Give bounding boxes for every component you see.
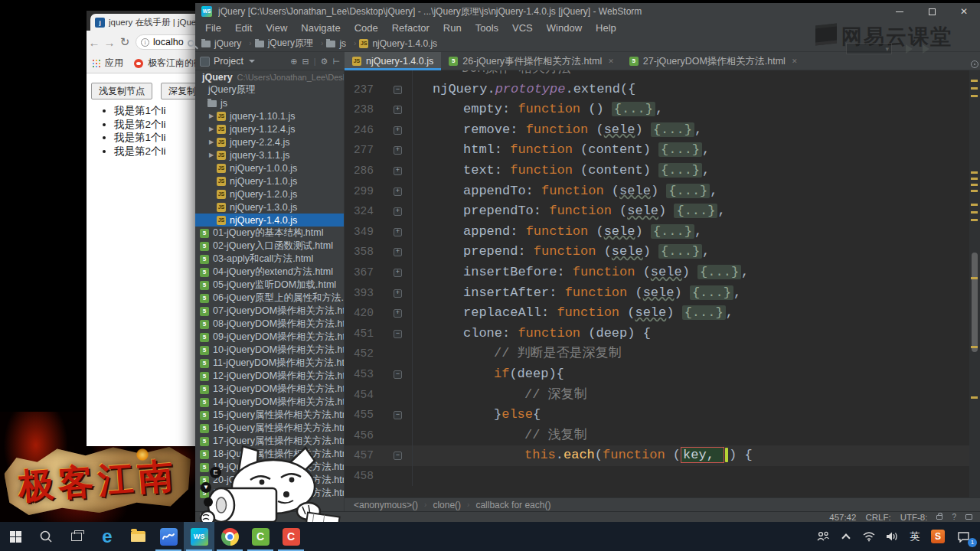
editor-tab[interactable]: 527-jQueryDOM操作相关方法.html✕ <box>622 52 805 70</box>
search-everywhere-icon[interactable] <box>188 40 194 47</box>
tree-item[interactable]: 514-jQueryDOM操作相关方法.html <box>195 396 344 409</box>
warning-stripe-mark[interactable] <box>971 171 978 174</box>
menu-file[interactable]: File <box>198 22 228 34</box>
code-line[interactable]: 452// 判断是否是深复制 <box>345 344 969 364</box>
warning-stripe-mark[interactable] <box>971 184 978 186</box>
code-line[interactable]: 456// 浅复制 <box>345 425 969 446</box>
warning-stripe-mark[interactable] <box>971 396 978 399</box>
warning-stripe-mark[interactable] <box>971 80 978 82</box>
menu-edit[interactable]: Edit <box>228 22 259 34</box>
wifi-icon[interactable] <box>858 522 880 551</box>
context-breadcrumb[interactable]: clone() <box>433 500 461 510</box>
tray-chevron-icon[interactable] <box>835 522 858 551</box>
warning-stripe-mark[interactable] <box>971 95 978 97</box>
code-line[interactable]: 420+replaceAll: function (sele) {...}, <box>345 303 969 324</box>
action-center-icon[interactable]: 1 <box>949 522 977 551</box>
code-line[interactable]: 299+appendTo: function (sele) {...}, <box>345 181 969 202</box>
tree-item[interactable]: 505-jQuery监听DOM加载.html <box>195 279 344 292</box>
menu-tools[interactable]: Tools <box>469 22 505 34</box>
fold-toggle-icon[interactable]: + <box>394 126 402 135</box>
code-line[interactable]: 358+prepend: function (sele) {...}, <box>345 242 969 262</box>
caret-position[interactable]: 457:42 <box>829 513 856 522</box>
menu-window[interactable]: Window <box>540 22 589 34</box>
menu-help[interactable]: Help <box>589 22 623 34</box>
locate-icon[interactable]: ⊕ <box>290 57 297 67</box>
page-button[interactable]: 浅复制节点 <box>91 83 152 99</box>
chrome-taskbar-icon[interactable] <box>214 522 245 551</box>
tree-item[interactable]: JSnjQuery-1.4.0.js <box>195 214 344 227</box>
tree-item[interactable]: ▶JSjquery-1.10.1.js <box>195 109 344 122</box>
fold-toggle-icon[interactable]: + <box>394 106 402 114</box>
warning-stripe-mark[interactable] <box>971 211 978 214</box>
readonly-lock-icon[interactable] <box>936 515 942 520</box>
project-tool-header[interactable]: Project ⊕ ⊟ | ⚙ ⊢ <box>195 52 345 70</box>
hector-icon[interactable]: ? <box>952 513 956 521</box>
context-breadcrumb[interactable]: <anonymous>() <box>354 500 418 510</box>
tree-item[interactable]: JSnjQuery-1.3.0.js <box>195 201 344 214</box>
menu-vcs[interactable]: VCS <box>505 22 540 34</box>
maximize-button[interactable] <box>916 3 948 20</box>
code-line[interactable]: 324+prependTo: function (sele) {...}, <box>345 201 969 222</box>
warning-stripe-mark[interactable] <box>971 346 978 348</box>
code-line[interactable]: 238+empty: function () {...}, <box>345 99 969 120</box>
close-button[interactable]: ✕ <box>948 3 980 20</box>
warning-stripe-mark[interactable] <box>971 87 978 90</box>
tree-item[interactable]: JSnjQuery-1.2.0.js <box>195 187 344 201</box>
fold-toggle-icon[interactable]: + <box>394 146 402 155</box>
back-icon[interactable]: ← <box>87 36 102 49</box>
task-view-icon[interactable] <box>61 522 92 551</box>
tree-item[interactable]: 502-jQuery入口函数测试.html <box>195 240 344 253</box>
fold-toggle-icon[interactable]: − <box>394 370 402 379</box>
warning-stripe-mark[interactable] <box>971 190 978 192</box>
tree-item[interactable]: ▶JSjquery-1.12.4.js <box>195 122 344 135</box>
tree-item[interactable]: 504-jQuery的extend方法.html <box>195 266 344 279</box>
warning-stripe-mark[interactable] <box>971 204 978 206</box>
inspections-eye-icon[interactable] <box>971 60 978 68</box>
code-line[interactable]: DOM操作 相关方法 <box>345 70 969 80</box>
fold-toggle-icon[interactable]: − <box>394 452 402 460</box>
code-line[interactable]: 454// 深复制 <box>345 385 969 406</box>
camtasia-icon[interactable]: C <box>245 522 276 551</box>
fold-toggle-icon[interactable]: + <box>394 167 402 175</box>
tree-item[interactable]: JSnjQuery-1.0.0.js <box>195 161 344 174</box>
collapse-all-icon[interactable]: ⊟ <box>302 57 309 67</box>
menu-run[interactable]: Run <box>436 22 469 34</box>
fold-toggle-icon[interactable]: − <box>394 86 402 94</box>
close-tab-icon[interactable]: ✕ <box>792 57 798 65</box>
tree-item[interactable]: 507-jQueryDOM操作相关方法.html <box>195 305 344 318</box>
code-line[interactable]: 277+html: function (content) {...}, <box>345 140 969 161</box>
sogou-icon[interactable]: S <box>926 522 949 551</box>
apps-grid-icon[interactable] <box>93 60 100 67</box>
tree-item[interactable]: 508-jQueryDOM操作相关方法.html <box>195 318 344 331</box>
code-line[interactable]: 367+insertBefore: function (sele) {...}, <box>345 262 969 283</box>
event-log-icon[interactable] <box>965 514 972 520</box>
gear-icon[interactable]: ⚙ <box>321 57 328 67</box>
tree-item[interactable]: ▶JSjquery-2.2.4.js <box>195 135 344 148</box>
code-line[interactable]: 455−}else{ <box>345 405 969 425</box>
weibo-icon[interactable] <box>134 59 143 68</box>
fold-toggle-icon[interactable]: − <box>394 411 402 419</box>
start-button[interactable] <box>0 522 31 551</box>
site-info-icon[interactable]: i <box>141 38 149 47</box>
editor-tab[interactable]: 526-jQuery事件操作相关方法.html✕ <box>441 52 622 70</box>
taskbar-search-icon[interactable] <box>31 522 61 551</box>
tree-item[interactable]: 510-jQueryDOM操作相关方法.html <box>195 344 344 357</box>
warning-stripe-mark[interactable] <box>971 277 978 279</box>
expand-arrow-icon[interactable]: ▶ <box>209 126 217 132</box>
code-line[interactable]: 393+insertAfter: function (sele) {...}, <box>345 283 969 304</box>
fold-toggle-icon[interactable]: + <box>394 309 402 318</box>
tree-item[interactable]: jQueryC:\Users\Jonathan_Lee\Desktop\jQue… <box>195 70 344 83</box>
tree-item[interactable]: JSnjQuery-1.1.0.js <box>195 174 344 187</box>
tree-item[interactable]: js <box>195 96 344 109</box>
fold-toggle-icon[interactable]: − <box>394 330 402 338</box>
tree-item[interactable]: 516-jQuery属性操作相关方法.html <box>195 422 344 435</box>
breadcrumb[interactable]: jQuery <box>201 38 241 49</box>
code-editor[interactable]: DOM操作 相关方法237−njQuery.prototype.extend({… <box>345 70 969 497</box>
breadcrumb[interactable]: JSnjQuery-1.4.0.js <box>359 38 437 49</box>
code-line[interactable]: 246+remove: function (sele) {...}, <box>345 120 969 141</box>
tree-item[interactable]: 501-jQuery的基本结构.html <box>195 227 344 240</box>
file-explorer-icon[interactable] <box>122 522 153 551</box>
code-line[interactable]: 237−njQuery.prototype.extend({ <box>345 80 969 100</box>
tree-item[interactable]: jQuery原理 <box>195 83 344 96</box>
tree-item[interactable]: 506-jQuery原型上的属性和方法.html <box>195 292 344 305</box>
